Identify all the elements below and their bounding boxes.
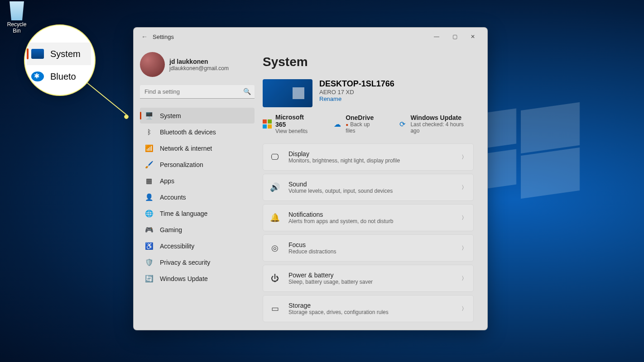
rename-link[interactable]: Rename — [319, 95, 394, 102]
bluetooth-icon: ᛒ — [144, 128, 154, 137]
tile-sub: Last checked: 4 hours ago — [410, 121, 474, 134]
settings-window: ← Settings — ▢ ✕ jd laukkonen jdlaukkone… — [133, 27, 488, 330]
nav-item-gaming[interactable]: 🎮Gaming — [140, 222, 255, 238]
tile-windows-update[interactable]: ⟳Windows UpdateLast checked: 4 hours ago — [398, 114, 474, 134]
card-focus[interactable]: ◎FocusReduce distractions〉 — [263, 234, 474, 262]
nav-item-time[interactable]: 🌐Time & language — [140, 205, 255, 221]
recycle-bin-icon — [8, 1, 26, 20]
card-storage[interactable]: ▭StorageStorage space, drives, configura… — [263, 295, 474, 322]
sound-icon: 🔊 — [269, 182, 280, 192]
nav-item-accounts[interactable]: 👤Accounts — [140, 189, 255, 205]
nav-item-apps[interactable]: ▦Apps — [140, 173, 255, 189]
tiles-row: Microsoft 365View benefits☁OneDrive●Back… — [263, 114, 474, 134]
card-title: Display — [288, 150, 400, 157]
device-thumbnail — [263, 79, 312, 107]
close-button[interactable]: ✕ — [464, 30, 482, 43]
chevron-right-icon: 〉 — [461, 214, 467, 222]
tile-sub: ●Back up files — [346, 121, 380, 134]
nav-item-accessibility[interactable]: ♿Accessibility — [140, 238, 255, 254]
apps-icon: ▦ — [144, 176, 154, 186]
nav-item-personalization[interactable]: 🖌️Personalization — [140, 157, 255, 172]
chevron-right-icon: 〉 — [461, 305, 467, 313]
update-icon: 🔄 — [144, 274, 154, 283]
chevron-right-icon: 〉 — [461, 275, 467, 282]
power & battery-icon: ⏻ — [269, 274, 280, 283]
chevron-right-icon: 〉 — [461, 244, 467, 252]
tile-onedrive[interactable]: ☁OneDrive●Back up files — [333, 114, 380, 134]
chevron-right-icon: 〉 — [461, 153, 467, 161]
card-sub: Alerts from apps and system, do not dist… — [288, 218, 393, 224]
user-email: jdlaukkonen@gmail.com — [169, 65, 229, 71]
card-title: Sound — [288, 181, 393, 188]
card-power-battery[interactable]: ⏻Power & batterySleep, battery usage, ba… — [263, 265, 474, 292]
nav-item-label: System — [160, 112, 181, 119]
card-title: Power & battery — [288, 272, 373, 279]
card-sub: Storage space, drives, configuration rul… — [288, 309, 389, 315]
card-sub: Sleep, battery usage, battery saver — [288, 279, 373, 285]
onedrive-icon: ☁ — [334, 120, 341, 129]
nav-item-label: Apps — [160, 177, 174, 185]
system-icon — [31, 49, 44, 59]
focus-icon: ◎ — [269, 243, 280, 253]
card-title: Focus — [288, 241, 336, 248]
nav-item-label: Accounts — [160, 194, 186, 201]
card-display[interactable]: 🖵DisplayMonitors, brightness, night ligh… — [263, 143, 474, 171]
device-block: DESKTOP-1SL1766 AERO 17 XD Rename — [263, 79, 474, 107]
back-button[interactable]: ← — [139, 31, 150, 42]
sidebar: jd laukkonen jdlaukkonen@gmail.com 🔍 🖥️S… — [134, 46, 258, 330]
notifications-icon: 🔔 — [269, 213, 280, 223]
nav-item-label: Accessibility — [160, 243, 194, 250]
nav-item-label: Windows Update — [160, 275, 208, 282]
nav-item-bluetooth[interactable]: ᛒBluetooth & devices — [140, 124, 255, 140]
main-panel: System DESKTOP-1SL1766 AERO 17 XD Rename… — [258, 46, 487, 330]
gaming-icon: 🎮 — [144, 225, 154, 234]
page-heading: System — [263, 55, 474, 69]
callout-label: Blueto — [50, 71, 76, 82]
nav-item-label: Bluetooth & devices — [160, 129, 216, 136]
tile-label: Microsoft 365 — [275, 114, 316, 128]
device-name: DESKTOP-1SL1766 — [319, 79, 394, 89]
status-dot: ● — [346, 122, 348, 127]
nav-item-update[interactable]: 🔄Windows Update — [140, 271, 255, 286]
personalization-icon: 🖌️ — [144, 160, 154, 169]
nav-item-network[interactable]: 📶Network & internet — [140, 140, 255, 156]
nav-item-label: Time & language — [160, 210, 207, 217]
minimize-button[interactable]: — — [428, 30, 446, 43]
nav-item-privacy[interactable]: 🛡️Privacy & security — [140, 254, 255, 270]
tile-label: Windows Update — [410, 114, 474, 121]
time-icon: 🌐 — [144, 209, 154, 218]
user-block[interactable]: jd laukkonen jdlaukkonen@gmail.com — [140, 52, 255, 77]
search-icon: 🔍 — [243, 88, 251, 95]
card-title: Storage — [288, 302, 389, 309]
system-icon: 🖥️ — [144, 111, 154, 120]
callout-row-bluetooth: Blueto — [27, 65, 91, 88]
card-notifications[interactable]: 🔔NotificationsAlerts from apps and syste… — [263, 204, 474, 231]
display-icon: 🖵 — [269, 152, 280, 162]
search-input[interactable] — [140, 85, 255, 99]
magnifier-callout: System Blueto — [24, 24, 96, 96]
nav-item-label: Personalization — [160, 161, 203, 168]
card-title: Notifications — [288, 211, 393, 218]
storage-icon: ▭ — [269, 304, 280, 314]
card-sub: Reduce distractions — [288, 248, 336, 255]
nav-item-label: Gaming — [160, 226, 182, 233]
tile-microsoft-365[interactable]: Microsoft 365View benefits — [263, 114, 316, 134]
device-model: AERO 17 XD — [319, 89, 394, 95]
desktop-wallpaper-logo — [481, 111, 581, 192]
tile-sub: View benefits — [275, 128, 316, 134]
update-icon: ⟳ — [399, 120, 405, 129]
card-sound[interactable]: 🔊SoundVolume levels, output, input, soun… — [263, 174, 474, 201]
callout-dot — [124, 114, 129, 119]
network-icon: 📶 — [144, 144, 154, 153]
card-sub: Volume levels, output, input, sound devi… — [288, 188, 393, 194]
nav-item-system[interactable]: 🖥️System — [140, 108, 255, 124]
desktop-icon-recycle-bin[interactable]: Recycle Bin — [3, 1, 30, 34]
bluetooth-icon — [31, 71, 44, 81]
search-box[interactable]: 🔍 — [140, 85, 255, 99]
maximize-button[interactable]: ▢ — [446, 30, 464, 43]
nav-item-label: Privacy & security — [160, 259, 210, 266]
window-title: Settings — [153, 33, 174, 40]
card-sub: Monitors, brightness, night light, displ… — [288, 157, 400, 164]
accessibility-icon: ♿ — [144, 242, 154, 251]
cards-list: 🖵DisplayMonitors, brightness, night ligh… — [263, 143, 474, 322]
